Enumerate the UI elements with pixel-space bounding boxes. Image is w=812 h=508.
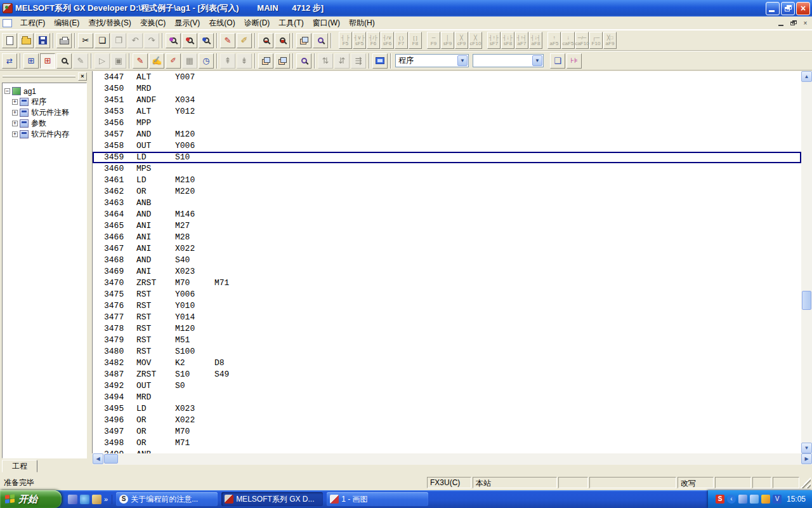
cut-button[interactable]: ✂: [78, 33, 93, 48]
ladder-symbol-button[interactable]: ─ F9: [427, 32, 440, 49]
instruction-row[interactable]: 3458 OUT Y006: [93, 140, 801, 152]
instruction-row[interactable]: 3457 AND M120: [93, 129, 801, 140]
read-mode-button[interactable]: ✐: [166, 53, 181, 69]
menu-item[interactable]: 窗口(W): [308, 17, 344, 30]
instruction-row[interactable]: 3467 ANI X022: [93, 243, 801, 255]
instruction-row[interactable]: 3466 ANI M28: [93, 232, 801, 243]
instruction-row[interactable]: 3462 OR M220: [93, 186, 801, 197]
monitor-start-button[interactable]: ▷: [95, 53, 110, 69]
menu-item[interactable]: 工具(T): [274, 17, 308, 30]
device-select-combo[interactable]: ▼: [473, 54, 544, 67]
instruction-row[interactable]: 3456 MPP: [93, 117, 801, 129]
expand-icon[interactable]: +: [12, 121, 18, 126]
zoom-area-button[interactable]: [275, 33, 290, 48]
chevron-down-icon[interactable]: ▼: [532, 55, 542, 66]
panel-grip[interactable]: [3, 76, 75, 77]
menu-item[interactable]: 查找/替换(S): [84, 17, 135, 30]
tree-item[interactable]: + 程序: [3, 97, 86, 107]
menu-item[interactable]: 在线(O): [204, 17, 239, 30]
wireless-icon[interactable]: [750, 495, 759, 504]
start-button[interactable]: 开始: [0, 490, 62, 508]
instruction-row[interactable]: 3469 ANI X023: [93, 266, 801, 277]
scroll-up-icon[interactable]: ▲: [801, 71, 812, 82]
vertical-scroll-thumb[interactable]: [802, 291, 811, 310]
find-contact-coil-button[interactable]: [296, 53, 311, 69]
ladder-symbol-button[interactable]: ┤↑┤ aF7: [515, 32, 528, 49]
ladder-symbol-button[interactable]: ┤∨├ sF5: [353, 32, 366, 49]
instruction-row[interactable]: 3477 RST Y014: [93, 312, 801, 323]
mdi-restore-button[interactable]: [788, 18, 799, 28]
menu-item[interactable]: 编辑(E): [49, 17, 84, 30]
instruction-row[interactable]: 3453 ALT Y012: [93, 106, 801, 117]
network-icon[interactable]: [738, 495, 747, 504]
tree-root[interactable]: − ag1: [3, 86, 86, 97]
instruction-row[interactable]: 3498 OR M71: [93, 438, 801, 449]
menu-item[interactable]: 显示(V): [170, 17, 204, 30]
instruction-row[interactable]: 3478 RST M120: [93, 323, 801, 335]
menu-item[interactable]: 诊断(D): [240, 17, 275, 30]
mdi-child-icon[interactable]: [3, 19, 12, 27]
insert-nop-button[interactable]: ⇶: [351, 53, 366, 69]
find-device-button[interactable]: [182, 33, 197, 48]
find-button[interactable]: [166, 33, 181, 48]
scroll-right-icon[interactable]: ▶: [801, 453, 812, 464]
ladder-symbol-button[interactable]: ╳ cF9: [455, 32, 468, 49]
ladder-symbol-button[interactable]: ↑ aF5: [547, 32, 561, 49]
instruction-row[interactable]: 3447 ALT Y007: [93, 72, 801, 83]
quick-launch-icon-3[interactable]: [92, 495, 102, 504]
ladder-list-switch-button[interactable]: [296, 33, 311, 48]
ladder-symbol-button[interactable]: ┤↓├ sF8: [501, 32, 514, 49]
tree-item[interactable]: + 软元件内存: [3, 129, 86, 140]
panel-close-icon[interactable]: ×: [78, 72, 87, 81]
ladder-symbol-button[interactable]: ─/─ caF10: [575, 32, 589, 49]
safebox-icon[interactable]: [761, 495, 770, 504]
tray-antivirus-icon[interactable]: S: [716, 495, 724, 504]
upload-button[interactable]: ⇞: [220, 53, 235, 69]
open-project-button[interactable]: [18, 33, 34, 48]
ladder-insert-write-button[interactable]: ✐: [237, 33, 252, 48]
hide-icons-chevron-icon[interactable]: ‹: [727, 495, 736, 504]
read-write-toggle-button[interactable]: ⇄: [2, 53, 17, 69]
undo-button[interactable]: ↶: [128, 33, 143, 48]
expand-icon[interactable]: +: [12, 131, 18, 137]
ladder-symbol-button[interactable]: │ sF9: [441, 32, 454, 49]
ladder-symbol-button[interactable]: ╳ cF10: [469, 32, 482, 49]
ladder-symbol-button[interactable]: ╳□ aF9: [603, 32, 617, 49]
instruction-row[interactable]: 3459 LD S10: [93, 152, 801, 163]
instruction-row[interactable]: 3468 AND S40: [93, 255, 801, 266]
print-button[interactable]: [56, 33, 72, 48]
ladder-symbol-button[interactable]: ↓ caF5: [561, 32, 575, 49]
zoom-out-button[interactable]: [258, 33, 273, 48]
collapse-icon[interactable]: −: [4, 88, 10, 94]
redo-button[interactable]: ↷: [144, 33, 159, 48]
ladder-symbol-button[interactable]: ( ) F7: [395, 32, 408, 49]
horizontal-scroll-thumb[interactable]: [104, 454, 118, 464]
instruction-row[interactable]: 3463 ANB: [93, 197, 801, 209]
screen-color-button[interactable]: [372, 53, 388, 69]
instruction-row[interactable]: 3480 RST S100: [93, 346, 801, 358]
jump-dest-button[interactable]: [275, 53, 290, 69]
instruction-row[interactable]: 3479 RST M51: [93, 335, 801, 346]
circuit-find-button[interactable]: [313, 33, 328, 48]
minimize-button[interactable]: [766, 2, 780, 15]
close-button[interactable]: ×: [796, 2, 810, 15]
clock-setting-button[interactable]: ◷: [199, 53, 214, 69]
copy-button[interactable]: ❏: [95, 33, 110, 48]
mdi-minimize-button[interactable]: [776, 18, 787, 28]
expand-icon[interactable]: +: [12, 110, 18, 116]
quick-launch-overflow-icon[interactable]: »: [104, 495, 108, 503]
instruction-row[interactable]: 3492 OUT S0: [93, 380, 801, 392]
instruction-row[interactable]: 3465 ANI M27: [93, 220, 801, 232]
insert-row-button[interactable]: ⇅: [318, 53, 333, 69]
instruction-row[interactable]: 3499 ANB: [93, 449, 801, 453]
instruction-row[interactable]: 3450 MRD: [93, 83, 801, 95]
horizontal-scrollbar[interactable]: ◀ ▶: [93, 453, 812, 465]
restore-button[interactable]: [781, 2, 795, 15]
instruction-row[interactable]: 3470 ZRST M70 M71: [93, 277, 801, 289]
ladder-symbol-button[interactable]: ┤ ├ F5: [339, 32, 352, 49]
ladder-symbol-button[interactable]: [ ] F8: [409, 32, 422, 49]
instruction-row[interactable]: 3464 AND M146: [93, 209, 801, 220]
find-instruction-button[interactable]: [199, 33, 214, 48]
find-in-project-button[interactable]: [56, 53, 72, 69]
save-project-button[interactable]: [35, 33, 50, 48]
